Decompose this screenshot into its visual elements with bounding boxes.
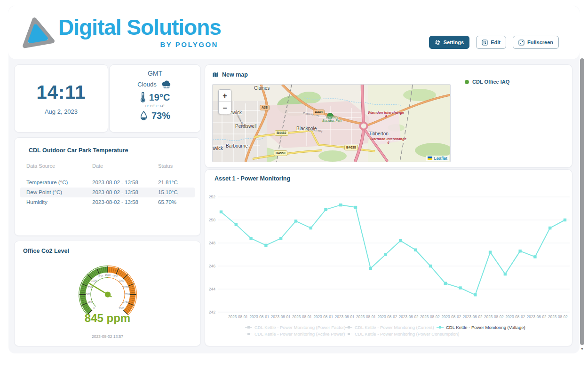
- chart-data-point[interactable]: [339, 204, 342, 206]
- map-legend-label: CDL Office IAQ: [472, 79, 509, 85]
- legend-marker: [345, 326, 352, 329]
- map-interchange-label: Warndon Interchange 6: [370, 137, 406, 145]
- fullscreen-button[interactable]: Fullscreen: [513, 36, 559, 49]
- co2-gauge-widget: Office Co2 Level 02505007501000125015001…: [14, 241, 201, 346]
- table-cell: 2023-08-02 - 13:58: [92, 189, 138, 195]
- chart-legend-entry-hidden[interactable]: CDL Kettle - Power Monitoring (Power Con…: [345, 331, 459, 337]
- chart-legend-entry-hidden[interactable]: CDL Kettle - Power Monitoring (Power Fac…: [245, 325, 345, 330]
- svg-text:2023-08-02: 2023-08-02: [505, 315, 525, 319]
- svg-text:2750: 2750: [123, 300, 128, 303]
- car-park-title: CDL Outdoor Car Park Temperature: [29, 147, 128, 154]
- map-viewport[interactable]: Claines Northwick Perdiswell Blackpole B…: [212, 84, 451, 162]
- map-place-label: Berkeley Business Park: [320, 116, 344, 122]
- svg-text:2023-08-02: 2023-08-02: [399, 315, 419, 319]
- vertical-scrollbar-thumb[interactable]: [580, 58, 584, 345]
- legend-label: CDL Kettle - Power Monitoring (Voltage): [446, 325, 525, 330]
- svg-text:2000: 2000: [119, 279, 124, 282]
- car-park-widget: CDL Outdoor Car Park Temperature Data So…: [14, 137, 201, 236]
- map-icon: [212, 71, 219, 78]
- chart-data-point[interactable]: [354, 206, 357, 209]
- chart-data-point[interactable]: [414, 249, 417, 251]
- legend-label: CDL Kettle - Power Monitoring (Current): [355, 325, 434, 330]
- chart-data-point[interactable]: [504, 273, 507, 275]
- svg-text:1250: 1250: [97, 275, 103, 278]
- map-canvas[interactable]: [213, 85, 450, 162]
- map-title-row: New map: [212, 71, 248, 78]
- svg-text:2023-08-01: 2023-08-01: [292, 315, 312, 319]
- weather-high-low: H: 19° L: 14°: [110, 104, 200, 108]
- svg-text:250: 250: [209, 218, 215, 222]
- settings-button[interactable]: Settings: [429, 36, 469, 49]
- leaflet-link[interactable]: Leaflet: [434, 156, 447, 161]
- chart-data-point[interactable]: [369, 267, 372, 270]
- chart-data-point[interactable]: [309, 227, 312, 229]
- svg-text:2023-08-01: 2023-08-01: [313, 315, 333, 319]
- chart-data-point[interactable]: [220, 211, 222, 213]
- chart-data-point[interactable]: [235, 223, 238, 226]
- weather-humidity-row: 73%: [110, 110, 200, 121]
- svg-text:2023-08-02: 2023-08-02: [527, 315, 547, 319]
- chart-legend-entry-active[interactable]: CDL Kettle - Power Monitoring (Voltage): [437, 325, 525, 330]
- co2-gauge-title: Office Co2 Level: [23, 248, 69, 254]
- chart-data-point[interactable]: [384, 253, 387, 256]
- scroll-down-arrow[interactable]: ▼: [580, 347, 584, 351]
- chart-data-point[interactable]: [279, 237, 282, 240]
- chart-legend-column: CDL Kettle - Power Monitoring (Power Fac…: [245, 325, 345, 337]
- map-road-badge: B4638: [344, 145, 358, 150]
- clock-time: 14:11: [15, 82, 108, 103]
- weather-humidity: 73%: [151, 110, 170, 121]
- cloud-icon: [160, 80, 173, 88]
- chart-data-point[interactable]: [429, 265, 432, 267]
- settings-label: Settings: [444, 39, 464, 45]
- svg-text:244: 244: [209, 287, 215, 291]
- map-place-label: Claines: [254, 86, 270, 91]
- chart-data-point[interactable]: [249, 237, 252, 240]
- logo: Digital Solutions BY POLYGON: [19, 15, 221, 52]
- svg-text:1500: 1500: [105, 274, 111, 276]
- edit-button[interactable]: Edit: [476, 36, 506, 49]
- svg-text:2500: 2500: [124, 293, 130, 296]
- map-road-badge: A449: [313, 110, 325, 115]
- interchange-number: 6: [385, 114, 387, 118]
- table-cell: Humidity: [26, 199, 48, 205]
- svg-text:2023-08-02: 2023-08-02: [377, 315, 397, 319]
- map-attribution[interactable]: Leaflet: [426, 156, 449, 161]
- map-place-label: Tibberton: [369, 131, 389, 136]
- chart-data-point[interactable]: [294, 219, 297, 222]
- chart-data-point[interactable]: [564, 219, 566, 221]
- chart-data-point[interactable]: [264, 244, 267, 247]
- chart-data-point[interactable]: [444, 282, 447, 285]
- svg-text:2023-08-02: 2023-08-02: [463, 315, 483, 319]
- chart-data-point[interactable]: [459, 286, 461, 289]
- zoom-out-button[interactable]: −: [219, 102, 231, 114]
- chart-data-point[interactable]: [399, 239, 402, 242]
- svg-text:2023-08-02: 2023-08-02: [420, 315, 440, 319]
- legend-label: CDL Kettle - Power Monitoring (Power Con…: [355, 331, 459, 337]
- legend-marker: [245, 332, 252, 336]
- svg-text:2023-08-01: 2023-08-01: [249, 315, 269, 319]
- chart-legend-column: CDL Kettle - Power Monitoring (Voltage): [437, 325, 525, 330]
- column-header: Data Source: [26, 163, 55, 169]
- column-header: Status: [158, 163, 173, 169]
- svg-text:2023-08-02: 2023-08-02: [441, 315, 461, 319]
- column-header: Date: [92, 163, 103, 169]
- svg-text:246: 246: [209, 264, 215, 268]
- chart-data-point[interactable]: [548, 227, 551, 229]
- power-chart-plot[interactable]: 2422442462482502522023-08-012023-08-0120…: [205, 191, 572, 322]
- map-place-label: nwick: [212, 146, 223, 151]
- legend-marker: [437, 326, 444, 329]
- chart-data-point[interactable]: [533, 255, 536, 258]
- zoom-in-button[interactable]: +: [219, 90, 231, 102]
- legend-label: CDL Kettle - Power Monitoring (Power Fac…: [254, 325, 345, 330]
- chart-data-point[interactable]: [518, 250, 521, 252]
- power-chart-widget: Asset 1 - Power Monitoring 2422442462482…: [205, 169, 572, 346]
- svg-text:2023-08-02: 2023-08-02: [484, 315, 504, 319]
- chart-data-point[interactable]: [324, 208, 327, 211]
- legend-marker: [245, 326, 252, 329]
- chart-legend-entry-hidden[interactable]: CDL Kettle - Power Monitoring (Active Po…: [245, 331, 345, 337]
- chart-data-point[interactable]: [489, 251, 492, 253]
- svg-text:248: 248: [209, 241, 215, 245]
- svg-text:2023-08-01: 2023-08-01: [335, 315, 355, 319]
- weather-temp-row: 19°C: [110, 92, 200, 103]
- chart-data-point[interactable]: [474, 293, 477, 296]
